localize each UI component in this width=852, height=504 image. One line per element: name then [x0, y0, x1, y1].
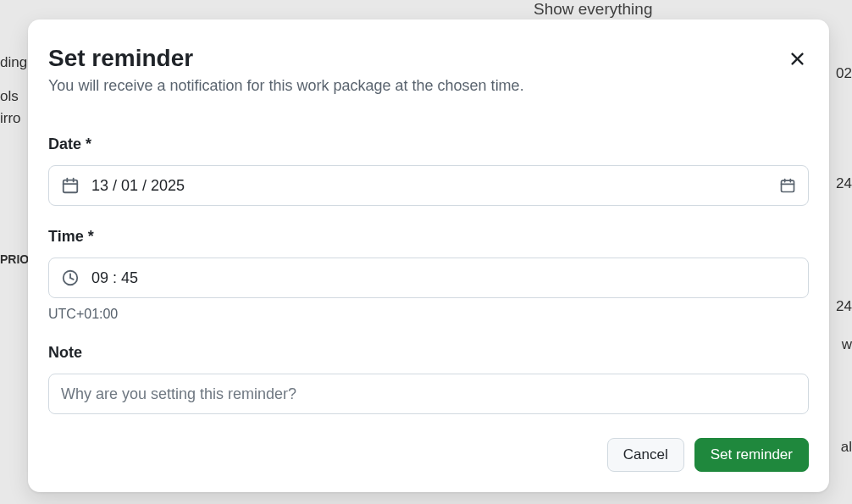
calendar-picker-icon[interactable]	[779, 177, 796, 194]
note-input-wrapper	[48, 374, 809, 414]
timezone-text: UTC+01:00	[48, 307, 809, 322]
svg-line-12	[70, 278, 74, 280]
cancel-button[interactable]: Cancel	[607, 438, 684, 472]
time-field-group: Time * 09 : 45 UTC+01:00	[48, 228, 809, 322]
note-label: Note	[48, 344, 809, 362]
set-reminder-modal: Set reminder You will receive a notifica…	[28, 19, 829, 492]
modal-title: Set reminder	[48, 45, 809, 72]
time-label: Time *	[48, 228, 809, 246]
clock-icon	[61, 269, 80, 287]
time-input[interactable]: 09 : 45	[48, 258, 809, 298]
close-icon	[789, 51, 805, 67]
close-button[interactable]	[785, 47, 809, 70]
modal-body: Date * 13 / 01 / 2025	[48, 136, 809, 472]
svg-rect-6	[782, 180, 794, 191]
set-reminder-button[interactable]: Set reminder	[694, 438, 809, 472]
date-input[interactable]: 13 / 01 / 2025	[48, 165, 809, 206]
date-label: Date *	[48, 136, 809, 153]
modal-subtitle: You will receive a notification for this…	[48, 77, 809, 95]
modal-header: Set reminder You will receive a notifica…	[48, 45, 809, 95]
svg-rect-2	[64, 180, 78, 193]
date-value: 13 / 01 / 2025	[91, 177, 779, 195]
calendar-icon	[61, 176, 80, 195]
date-field-group: Date * 13 / 01 / 2025	[48, 136, 809, 206]
note-field-group: Note	[48, 344, 809, 414]
note-input[interactable]	[61, 385, 796, 403]
time-value: 09 : 45	[91, 269, 796, 287]
modal-footer: Cancel Set reminder	[48, 438, 809, 472]
